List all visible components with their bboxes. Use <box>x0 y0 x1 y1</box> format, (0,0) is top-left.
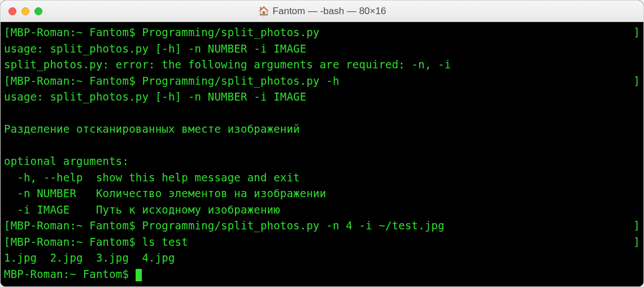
terminal-text: [MBP-Roman:~ Fantom$ ls test <box>4 234 188 250</box>
terminal-bracket-close: ] <box>633 24 640 41</box>
terminal-line: usage: split_photos.py [-h] -n NUMBER -i… <box>4 41 640 57</box>
terminal-line: -i IMAGE Путь к исходному изображению <box>4 202 640 218</box>
window-title: 🏠 Fantom — -bash — 80×16 <box>1 6 643 17</box>
terminal-line: Разделение отсканированных вместе изобра… <box>4 121 640 137</box>
terminal-line: usage: split_photos.py [-h] -n NUMBER -i… <box>4 89 640 105</box>
terminal-line: [MBP-Roman:~ Fantom$ ls test] <box>4 234 640 250</box>
window-title-text: Fantom — -bash — 80×16 <box>273 6 386 17</box>
terminal-line: optional arguments: <box>4 153 640 169</box>
close-button[interactable] <box>8 7 16 15</box>
terminal-text: [MBP-Roman:~ Fantom$ Programming/split_p… <box>4 218 445 234</box>
terminal-line: 1.jpg 2.jpg 3.jpg 4.jpg <box>4 250 640 266</box>
terminal-text: [MBP-Roman:~ Fantom$ Programming/split_p… <box>4 24 320 41</box>
terminal-body[interactable]: [MBP-Roman:~ Fantom$ Programming/split_p… <box>1 22 643 286</box>
maximize-button[interactable] <box>34 7 42 15</box>
terminal-line: [MBP-Roman:~ Fantom$ Programming/split_p… <box>4 73 640 89</box>
terminal-line: [MBP-Roman:~ Fantom$ Programming/split_p… <box>4 218 640 234</box>
terminal-bracket-close: ] <box>633 218 640 234</box>
terminal-line: [MBP-Roman:~ Fantom$ Programming/split_p… <box>4 24 640 41</box>
terminal-line <box>4 137 640 154</box>
titlebar[interactable]: 🏠 Fantom — -bash — 80×16 <box>1 1 643 22</box>
minimize-button[interactable] <box>21 7 29 15</box>
traffic-lights <box>1 7 42 15</box>
terminal-window: 🏠 Fantom — -bash — 80×16 [MBP-Roman:~ Fa… <box>0 0 644 287</box>
terminal-prompt: MBP-Roman:~ Fantom$ <box>4 268 136 280</box>
terminal-bracket-close: ] <box>633 234 640 250</box>
terminal-line <box>4 105 640 121</box>
terminal-bracket-close: ] <box>633 73 640 89</box>
terminal-line: -h, --help show this help message and ex… <box>4 169 640 186</box>
terminal-prompt-line: MBP-Roman:~ Fantom$ <box>4 266 640 282</box>
cursor <box>136 269 142 281</box>
terminal-text: [MBP-Roman:~ Fantom$ Programming/split_p… <box>4 73 340 89</box>
home-icon: 🏠 <box>258 6 269 16</box>
terminal-line: -n NUMBER Количество элементов на изобра… <box>4 185 640 202</box>
terminal-line: split_photos.py: error: the following ar… <box>4 56 640 73</box>
